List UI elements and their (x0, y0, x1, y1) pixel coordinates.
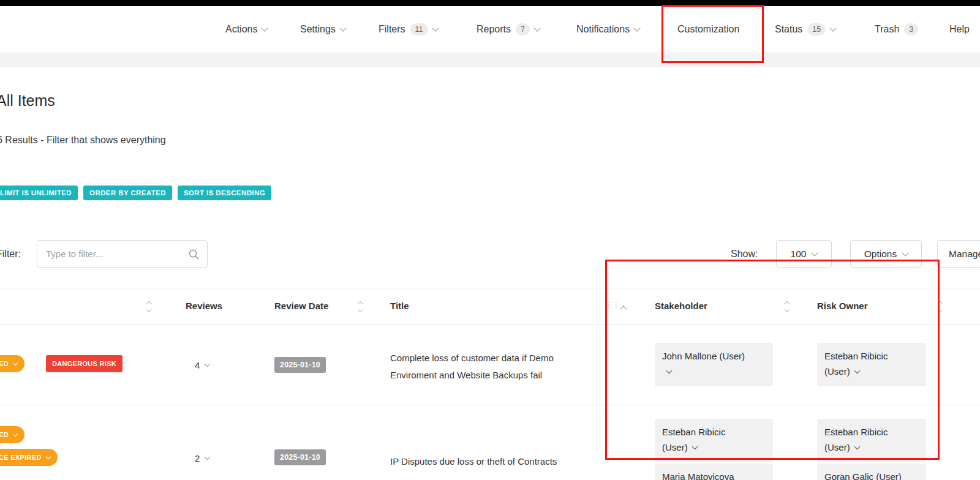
show-label: Show: (731, 249, 758, 260)
nav-reports[interactable]: Reports 7 (477, 23, 540, 36)
nav-settings-label: Settings (300, 24, 336, 35)
nav-notifications-label: Notifications (576, 24, 630, 35)
column-header-risk-owner[interactable]: Risk Owner (817, 301, 868, 311)
table-top-border (0, 288, 980, 288)
risk-owner-name: Goran Galic (User) (824, 469, 919, 480)
nav-help[interactable]: Help (949, 24, 970, 35)
column-header-reviews[interactable]: Reviews (186, 301, 222, 311)
nav-settings[interactable]: Settings (300, 24, 345, 35)
stakeholder-name: John Mallone (User) (662, 348, 766, 364)
nav-actions[interactable]: Actions (225, 24, 267, 35)
table-header-border (0, 324, 980, 325)
filter-label: Filter: (0, 249, 21, 260)
trash-count-badge: 3 (904, 23, 918, 36)
row-title: Complete loss of customer data if Demo E… (390, 350, 592, 384)
filter-chip-order[interactable]: ORDER BY CREATED (83, 186, 172, 200)
top-navigation: Actions Settings Filters 11 Reports 7 No… (0, 6, 980, 53)
nav-status[interactable]: Status 15 (775, 23, 835, 36)
nav-trash[interactable]: Trash 3 (875, 23, 918, 36)
nav-filters[interactable]: Filters 11 (379, 23, 438, 36)
sort-asc-icon[interactable] (620, 306, 627, 312)
row-title: IP Disputes due loss or theft of Contrac… (390, 453, 647, 470)
chevron-down-icon (533, 24, 540, 31)
chevron-down-icon (666, 367, 673, 373)
row-status-badge[interactable]: ED (0, 355, 24, 372)
stakeholder-select[interactable]: Esteban Ribicic (User) (655, 419, 773, 462)
reviews-dropdown[interactable]: 4 (195, 360, 209, 370)
reviews-count: 2 (195, 453, 200, 463)
nav-actions-label: Actions (225, 24, 257, 35)
results-summary: 6 Results - Filter that shows everything (0, 135, 166, 146)
nav-notifications[interactable]: Notifications (576, 24, 639, 35)
filter-input[interactable] (37, 241, 187, 267)
chevron-down-icon (205, 454, 211, 460)
reports-count-badge: 7 (516, 23, 530, 36)
options-label: Options (864, 249, 897, 260)
chevron-down-icon (13, 361, 18, 366)
stakeholder-select-2[interactable]: Maria Matovicova (655, 463, 773, 480)
filter-input-box (37, 240, 208, 268)
row-status-badge-2[interactable]: CE EXPIRED (0, 449, 58, 466)
nav-filters-label: Filters (379, 24, 405, 35)
row-risk-badge: DANGEROUS RISK (46, 355, 123, 372)
row-separator (0, 405, 980, 405)
sort-icon[interactable] (938, 302, 942, 312)
chevron-down-icon (854, 367, 860, 373)
risk-owner-name: Esteban Ribicic (824, 424, 919, 440)
active-filter-chips: LIMIT IS UNLIMITED ORDER BY CREATED SORT… (0, 186, 271, 200)
reviews-count: 4 (195, 360, 200, 370)
nav-status-label: Status (775, 24, 802, 35)
chevron-down-icon (633, 24, 640, 31)
nav-customization[interactable]: Customization (677, 24, 739, 35)
page-size-select[interactable]: 100 (776, 240, 832, 268)
chevron-down-icon (854, 443, 860, 449)
column-header-stakeholder[interactable]: Stakeholder (655, 301, 707, 311)
header-separator-band (0, 53, 980, 67)
manage-label: Manage (949, 249, 980, 260)
review-date-badge: 2025-01-10 (274, 357, 326, 373)
chevron-down-icon (692, 443, 698, 449)
options-button[interactable]: Options (850, 240, 922, 268)
drag-handle-icon[interactable]: ⋮⋮ (605, 302, 620, 308)
reviews-dropdown[interactable]: 2 (195, 453, 209, 463)
risk-owner-select[interactable]: Esteban Ribicic (User) (817, 343, 926, 386)
app-root: Actions Settings Filters 11 Reports 7 No… (0, 0, 980, 480)
stakeholder-select[interactable]: John Mallone (User) (655, 343, 773, 386)
status-count-badge: 15 (807, 23, 826, 36)
stakeholder-name: Maria Matovicova (662, 469, 766, 480)
nav-customization-label: Customization (677, 24, 739, 35)
risk-owner-select[interactable]: Esteban Ribicic (User) (817, 419, 926, 462)
window-top-bar (0, 0, 980, 6)
manage-button[interactable]: Manage (937, 240, 980, 268)
review-date-badge: 2025-01-10 (274, 449, 326, 465)
column-header-title[interactable]: Title (390, 301, 409, 311)
nav-reports-label: Reports (477, 24, 511, 35)
sort-icon[interactable] (785, 302, 789, 312)
chevron-down-icon (812, 249, 818, 256)
page-size-value: 100 (791, 249, 807, 260)
chevron-down-icon (432, 24, 439, 31)
chevron-down-icon (45, 454, 50, 459)
chevron-down-icon (339, 24, 346, 31)
nav-trash-label: Trash (875, 24, 899, 35)
page-title: All Items (0, 92, 55, 110)
chevron-down-icon (262, 24, 268, 31)
filter-chip-sort[interactable]: SORT IS DESCENDING (178, 186, 271, 200)
filters-count-badge: 11 (410, 23, 428, 36)
risk-owner-select-2[interactable]: Goran Galic (User) (817, 463, 926, 480)
row-status-badge[interactable]: ED (0, 426, 24, 443)
risk-owner-name: Esteban Ribicic (824, 348, 919, 364)
sort-icon[interactable] (358, 302, 362, 312)
nav-help-label: Help (949, 24, 970, 35)
search-icon (188, 249, 200, 263)
chevron-down-icon (902, 249, 909, 256)
column-header-review-date[interactable]: Review Date (274, 301, 328, 311)
filter-chip-limit[interactable]: LIMIT IS UNLIMITED (0, 186, 78, 200)
chevron-down-icon (830, 24, 837, 31)
stakeholder-name: Esteban Ribicic (662, 424, 766, 440)
sort-icon[interactable] (147, 302, 151, 312)
chevron-down-icon (205, 361, 211, 367)
chevron-down-icon (13, 432, 18, 437)
